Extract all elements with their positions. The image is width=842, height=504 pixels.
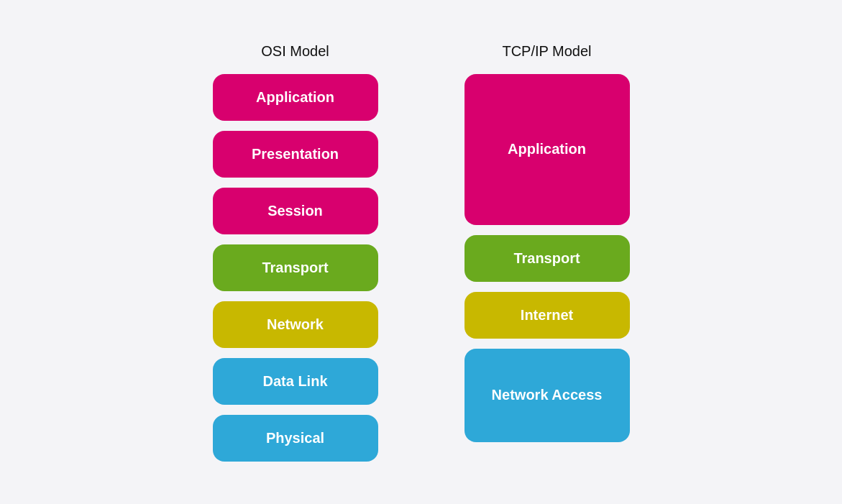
osi-physical-layer: Physical: [213, 415, 378, 462]
osi-model-column: OSI Model Application Presentation Sessi…: [213, 43, 378, 462]
osi-application-layer: Application: [213, 74, 378, 121]
osi-session-layer: Session: [213, 188, 378, 234]
tcpip-application-layer: Application: [465, 74, 630, 225]
osi-model-title: OSI Model: [261, 43, 329, 60]
tcpip-model-column: TCP/IP Model Application Transport Inter…: [465, 43, 630, 442]
tcpip-layers-stack: Application Transport Internet Network A…: [465, 74, 630, 442]
tcpip-networkaccess-layer: Network Access: [465, 349, 630, 442]
osi-layers-stack: Application Presentation Session Transpo…: [213, 74, 378, 462]
tcpip-model-title: TCP/IP Model: [502, 43, 591, 60]
osi-network-layer: Network: [213, 301, 378, 348]
osi-transport-layer: Transport: [213, 244, 378, 291]
main-container: OSI Model Application Presentation Sessi…: [213, 43, 630, 462]
tcpip-transport-layer: Transport: [465, 235, 630, 282]
osi-datalink-layer: Data Link: [213, 358, 378, 405]
osi-presentation-layer: Presentation: [213, 131, 378, 178]
tcpip-internet-layer: Internet: [465, 292, 630, 339]
